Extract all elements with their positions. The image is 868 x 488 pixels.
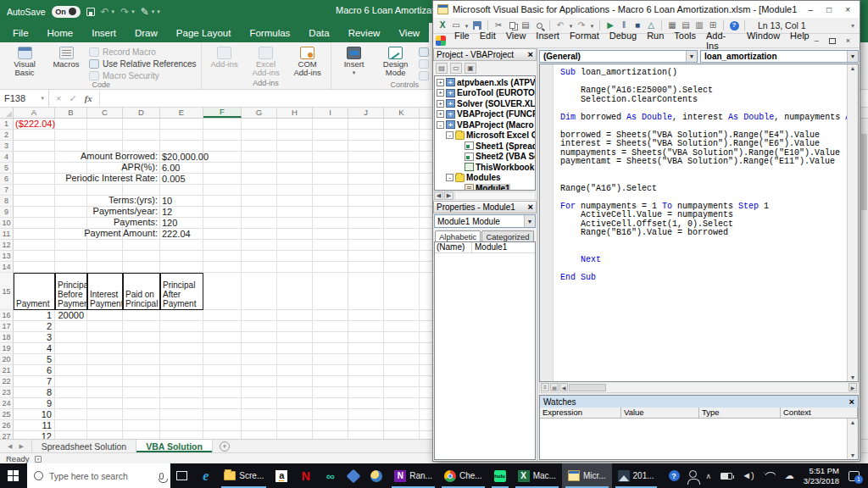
enter-icon[interactable]: ✓ bbox=[69, 93, 76, 104]
cell-C25[interactable] bbox=[87, 409, 123, 420]
cell-C12[interactable] bbox=[87, 240, 123, 251]
cell-C16[interactable] bbox=[87, 310, 123, 321]
excel-addins-button[interactable]: Excel Add-ins bbox=[248, 43, 285, 79]
cell-K1[interactable] bbox=[384, 119, 420, 130]
cell-E7[interactable] bbox=[160, 185, 203, 196]
cell-I15[interactable] bbox=[313, 273, 348, 310]
cell-I27[interactable] bbox=[313, 431, 348, 439]
maximize-button[interactable]: □ bbox=[826, 5, 832, 14]
cell-A18[interactable]: 3 bbox=[14, 332, 55, 343]
taskbar-edge[interactable]: e bbox=[193, 463, 218, 488]
cell-D1[interactable] bbox=[123, 119, 160, 130]
cell-E27[interactable] bbox=[160, 431, 203, 439]
cell-I21[interactable] bbox=[313, 365, 348, 376]
cell-I2[interactable] bbox=[313, 130, 348, 141]
ribbon-tab-data[interactable]: Data bbox=[299, 23, 338, 42]
cell-D2[interactable] bbox=[123, 130, 160, 141]
cell-J3[interactable] bbox=[348, 141, 384, 152]
tree-item-module1[interactable]: Module1 bbox=[435, 183, 535, 191]
expand-icon[interactable]: + bbox=[437, 110, 444, 118]
cell-C17[interactable] bbox=[87, 321, 123, 332]
cell-C2[interactable] bbox=[87, 130, 123, 141]
properties-tab-alphabetic[interactable]: Alphabetic bbox=[435, 230, 481, 241]
cell-A12[interactable] bbox=[14, 240, 55, 251]
cell-C21[interactable] bbox=[87, 365, 123, 376]
cell-B25[interactable] bbox=[55, 409, 87, 420]
row-header-11[interactable]: 11 bbox=[0, 229, 14, 240]
cell-K26[interactable] bbox=[384, 420, 420, 431]
cell-J24[interactable] bbox=[348, 398, 384, 409]
watches-column-context[interactable]: Context bbox=[781, 408, 858, 418]
ribbon-tab-file[interactable]: File bbox=[3, 23, 38, 42]
design-mode-button[interactable]: Design Mode bbox=[377, 43, 415, 80]
cell-E14[interactable] bbox=[160, 262, 203, 273]
addins-button[interactable]: Add-ins bbox=[206, 43, 243, 79]
cell-F22[interactable] bbox=[203, 376, 242, 387]
cell-A1[interactable]: ($222.04) bbox=[14, 119, 55, 130]
cell-F15[interactable] bbox=[203, 273, 242, 310]
cell-K19[interactable] bbox=[384, 343, 420, 354]
cell-H11[interactable] bbox=[277, 229, 313, 240]
tree-item-microsoft-excel-objects[interactable]: -Microsoft Excel Objects bbox=[435, 130, 535, 141]
cell-K22[interactable] bbox=[384, 376, 420, 387]
cell-J26[interactable] bbox=[348, 420, 384, 431]
excel-view-icon[interactable]: X bbox=[437, 19, 448, 32]
cell-E5[interactable]: 6.00 bbox=[160, 163, 203, 174]
cell-J10[interactable] bbox=[348, 218, 384, 229]
row-header-12[interactable]: 12 bbox=[0, 240, 14, 251]
cell-E6[interactable]: 0.005 bbox=[160, 174, 203, 185]
cell-I19[interactable] bbox=[313, 343, 348, 354]
cell-F7[interactable] bbox=[203, 185, 242, 196]
cell-F10[interactable] bbox=[203, 218, 242, 229]
cell-I6[interactable] bbox=[313, 174, 348, 185]
tree-item-sheet1-spreadsheet[interactable]: Sheet1 (Spreadsheet bbox=[435, 141, 535, 152]
row-header-15[interactable]: 15 bbox=[0, 273, 14, 310]
taskbar-excel[interactable]: XMac... bbox=[512, 463, 562, 488]
cell-B26[interactable] bbox=[55, 420, 87, 431]
cell-F8[interactable] bbox=[203, 196, 242, 207]
cell-C19[interactable] bbox=[87, 343, 123, 354]
cell-I10[interactable] bbox=[313, 218, 348, 229]
cell-E11[interactable]: 222.04 bbox=[160, 229, 203, 240]
cell-A3[interactable] bbox=[14, 141, 55, 152]
macros-button[interactable]: Macros bbox=[47, 43, 85, 80]
cell-K8[interactable] bbox=[384, 196, 420, 207]
cell-H7[interactable] bbox=[277, 185, 313, 196]
cell-B13[interactable] bbox=[55, 251, 87, 262]
cell-B7[interactable] bbox=[55, 185, 87, 196]
properties-object-dropdown[interactable]: Module1 Module ▼ bbox=[434, 214, 536, 228]
cell-D25[interactable] bbox=[123, 409, 160, 420]
cell-F23[interactable] bbox=[203, 387, 242, 398]
cell-H2[interactable] bbox=[277, 130, 313, 141]
cell-E22[interactable] bbox=[160, 376, 203, 387]
row-header-16[interactable]: 16 bbox=[0, 310, 14, 321]
taskbar-file-explorer[interactable]: Scre... bbox=[218, 463, 270, 488]
cell-C22[interactable] bbox=[87, 376, 123, 387]
cell-I4[interactable] bbox=[313, 152, 348, 163]
watches-column-value[interactable]: Value bbox=[621, 408, 699, 418]
cell-J2[interactable] bbox=[348, 130, 384, 141]
cell-J11[interactable] bbox=[348, 229, 384, 240]
cell-A23[interactable]: 8 bbox=[14, 387, 55, 398]
cell-F3[interactable] bbox=[203, 141, 242, 152]
cell-H17[interactable] bbox=[277, 321, 313, 332]
dropdown-caret-icon[interactable]: ▼ bbox=[524, 215, 535, 227]
record-macro-button[interactable]: Record Macro bbox=[89, 47, 197, 57]
cell-B15[interactable]: Principal Before Payment bbox=[55, 273, 87, 310]
cell-I12[interactable] bbox=[313, 240, 348, 251]
cell-H13[interactable] bbox=[277, 251, 313, 262]
taskbar-mixed-reality[interactable] bbox=[342, 463, 364, 488]
cell-H18[interactable] bbox=[277, 332, 313, 343]
cell-A27[interactable]: 12 bbox=[14, 431, 55, 439]
battery-icon[interactable] bbox=[721, 473, 732, 480]
select-all-corner[interactable] bbox=[0, 108, 14, 118]
cell-G15[interactable] bbox=[242, 273, 277, 310]
cell-E21[interactable] bbox=[160, 365, 203, 376]
cell-D27[interactable] bbox=[123, 431, 160, 439]
cell-D23[interactable] bbox=[123, 387, 160, 398]
cell-K23[interactable] bbox=[384, 387, 420, 398]
cell-G4[interactable] bbox=[242, 152, 277, 163]
cell-B23[interactable] bbox=[55, 387, 87, 398]
com-addins-button[interactable]: COM Add-ins bbox=[289, 43, 326, 79]
cell-I1[interactable] bbox=[313, 119, 348, 130]
